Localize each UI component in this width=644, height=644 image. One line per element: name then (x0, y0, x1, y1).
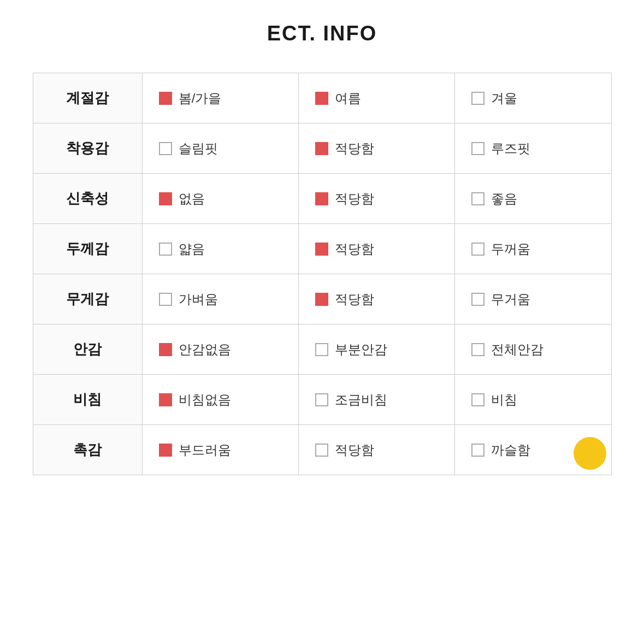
option-inner: 무거움 (471, 291, 594, 308)
row-label: 신축성 (33, 174, 142, 224)
checkbox-empty[interactable] (159, 243, 172, 256)
option-cell-5-1: 부분안감 (298, 324, 454, 375)
option-text: 부드러움 (179, 441, 231, 459)
option-text: 얇음 (179, 240, 205, 258)
option-text: 안감없음 (179, 341, 231, 358)
option-cell-3-2: 두꺼움 (455, 224, 611, 274)
option-text: 여름 (335, 90, 361, 107)
option-text: 적당함 (335, 441, 374, 459)
row-label: 두께감 (33, 224, 142, 274)
table-row: 비침비침없음조금비침비침 (33, 375, 611, 425)
option-text: 비침없음 (179, 391, 231, 409)
checkbox-filled[interactable] (159, 192, 172, 205)
checkbox-empty[interactable] (471, 444, 485, 457)
checkbox-empty[interactable] (315, 343, 328, 356)
checkbox-empty[interactable] (471, 343, 485, 356)
option-cell-6-2: 비침 (455, 375, 611, 425)
option-cell-0-1: 여름 (298, 73, 454, 123)
checkbox-empty[interactable] (471, 142, 485, 155)
option-cell-6-1: 조금비침 (298, 375, 454, 425)
option-text: 부분안감 (335, 341, 387, 358)
option-inner: 부드러움 (159, 441, 282, 459)
table-row: 촉감부드러움적당함까슬함 (33, 425, 611, 475)
option-text: 적당함 (335, 240, 374, 258)
table-row: 두께감얇음적당함두꺼움 (33, 224, 611, 274)
option-cell-5-0: 안감없음 (142, 324, 298, 375)
option-cell-1-1: 적당함 (298, 123, 454, 174)
option-text: 없음 (179, 190, 205, 208)
option-inner: 조금비침 (315, 391, 438, 409)
option-inner: 봄/가을 (159, 90, 282, 107)
option-cell-1-0: 슬림핏 (142, 123, 298, 174)
row-label: 촉감 (33, 425, 142, 475)
checkbox-filled[interactable] (315, 142, 328, 155)
table-row: 안감안감없음부분안감전체안감 (33, 324, 611, 375)
option-inner: 좋음 (471, 190, 594, 208)
option-cell-2-1: 적당함 (298, 174, 454, 224)
option-inner: 가벼움 (159, 291, 282, 308)
checkbox-empty[interactable] (471, 243, 485, 256)
checkbox-filled[interactable] (315, 293, 328, 306)
checkbox-filled[interactable] (315, 92, 328, 105)
checkbox-filled[interactable] (159, 343, 172, 356)
option-cell-3-1: 적당함 (298, 224, 454, 274)
option-inner: 얇음 (159, 240, 282, 258)
checkbox-filled[interactable] (159, 92, 172, 105)
option-cell-1-2: 루즈핏 (455, 123, 611, 174)
option-inner: 비침 (471, 391, 594, 409)
option-text: 적당함 (335, 291, 374, 308)
option-cell-3-0: 얇음 (142, 224, 298, 274)
option-cell-6-0: 비침없음 (142, 375, 298, 425)
checkbox-filled[interactable] (315, 192, 328, 205)
option-text: 까슬함 (491, 441, 530, 459)
option-text: 봄/가을 (179, 90, 222, 107)
option-cell-2-0: 없음 (142, 174, 298, 224)
row-label: 안감 (33, 324, 142, 375)
option-text: 무거움 (491, 291, 530, 308)
option-cell-4-1: 적당함 (298, 274, 454, 324)
option-text: 비침 (491, 391, 517, 409)
option-cell-7-0: 부드러움 (142, 425, 298, 475)
option-cell-7-1: 적당함 (298, 425, 454, 475)
option-text: 전체안감 (491, 341, 543, 358)
table-row: 무게감가벼움적당함무거움 (33, 274, 611, 324)
option-text: 적당함 (335, 140, 374, 157)
checkbox-empty[interactable] (159, 142, 172, 155)
table-row: 계절감봄/가을여름겨울 (33, 73, 611, 123)
checkbox-empty[interactable] (471, 393, 485, 406)
option-inner: 안감없음 (159, 341, 282, 358)
row-label: 계절감 (33, 73, 142, 123)
option-inner: 부분안감 (315, 341, 438, 358)
checkbox-filled[interactable] (315, 243, 328, 256)
option-text: 루즈핏 (491, 140, 530, 157)
checkbox-empty[interactable] (471, 293, 485, 306)
row-label: 착용감 (33, 123, 142, 174)
checkbox-filled[interactable] (159, 393, 172, 406)
option-text: 슬림핏 (179, 140, 218, 157)
checkbox-filled[interactable] (159, 444, 172, 457)
info-table-wrapper: 계절감봄/가을여름겨울착용감슬림핏적당함루즈핏신축성없음적당함좋음두께감얇음적당… (33, 73, 612, 475)
option-text: 가벼움 (179, 291, 218, 308)
option-inner: 적당함 (315, 441, 438, 459)
option-inner: 비침없음 (159, 391, 282, 409)
checkbox-empty[interactable] (159, 293, 172, 306)
option-cell-0-0: 봄/가을 (142, 73, 298, 123)
option-text: 적당함 (335, 190, 374, 208)
checkbox-empty[interactable] (471, 192, 485, 205)
option-inner: 적당함 (315, 240, 438, 258)
option-inner: 적당함 (315, 291, 438, 308)
row-label: 무게감 (33, 274, 142, 324)
option-cell-2-2: 좋음 (455, 174, 611, 224)
option-inner: 슬림핏 (159, 140, 282, 157)
option-inner: 적당함 (315, 140, 438, 157)
decorative-circle (574, 437, 606, 470)
option-cell-4-0: 가벼움 (142, 274, 298, 324)
checkbox-empty[interactable] (315, 393, 328, 406)
option-inner: 여름 (315, 90, 438, 107)
checkbox-empty[interactable] (315, 444, 328, 457)
option-text: 조금비침 (335, 391, 387, 409)
table-row: 착용감슬림핏적당함루즈핏 (33, 123, 611, 174)
checkbox-empty[interactable] (471, 92, 485, 105)
table-row: 신축성없음적당함좋음 (33, 174, 611, 224)
option-inner: 겨울 (471, 90, 594, 107)
